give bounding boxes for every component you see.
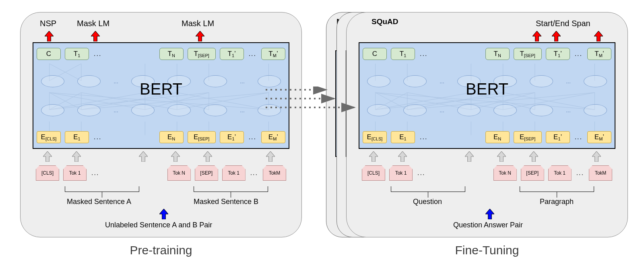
tok-1: Tok 1 <box>63 165 87 181</box>
output-row-left: C T1 ... TN T[SEP] T1’ ... TM’ <box>37 47 285 61</box>
label-sentence-b: Masked Sentence B <box>194 198 258 206</box>
arrow-up-gray-icon <box>72 151 81 162</box>
arrow-up-gray-icon <box>266 151 275 162</box>
emb-1: E1 <box>65 131 89 143</box>
label-pair-right: Question Answer Pair <box>453 221 523 229</box>
finetune-top-labels: Start/End Span <box>359 19 615 31</box>
emb-sep: E[SEP] <box>188 131 216 143</box>
arrow-up-gray-icon <box>465 151 474 162</box>
bert-title-left: BERT <box>33 80 289 98</box>
out-tmp: TM’ <box>261 48 285 60</box>
tok-sep: [SEP] <box>195 165 218 181</box>
arrow-up-gray-icon <box>203 151 212 162</box>
out-tn: TN <box>159 48 184 60</box>
emb-mp: EM’ <box>261 131 285 143</box>
bracket-q <box>391 186 465 192</box>
arrow-up-gray-icon <box>497 151 506 162</box>
label-masklm2: Mask LM <box>182 19 214 28</box>
arrow-up-gray-icon <box>398 151 407 162</box>
output-row-right: C T1 ... TN T[SEP] T1’ ... TM’ <box>363 47 611 61</box>
arrow-up-gray-icon <box>139 151 148 162</box>
finetune-panel: SQuAD Start/End Span ...... ...... <box>346 12 628 237</box>
bracket-p <box>520 186 594 192</box>
embedding-row-left: E[CLS] E1 ... EN E[SEP] E1’ ... EM’ <box>37 130 285 144</box>
pretrain-top-labels: NSP Mask LM Mask LM <box>33 19 289 31</box>
finetune-red-arrows <box>359 31 615 41</box>
bert-title-right: BERT <box>359 80 615 98</box>
arrow-up-gray-icon <box>529 151 538 162</box>
bracket-a <box>65 186 139 192</box>
out-t1: T1 <box>65 48 89 60</box>
arrow-up-gray-icon <box>171 151 180 162</box>
arrow-up-blue-icon <box>485 209 494 219</box>
arrow-up-red-icon <box>196 31 204 41</box>
arrow-up-red-icon <box>533 31 541 41</box>
out-c: C <box>37 48 61 60</box>
label-sentence-a: Masked Sentence A <box>67 198 131 206</box>
arrow-up-gray-icon <box>369 151 378 162</box>
arrow-up-red-icon <box>91 31 100 41</box>
label-nsp: NSP <box>40 19 56 28</box>
tok-m: TokM <box>263 165 286 181</box>
arrow-up-red-icon <box>45 31 54 41</box>
emb-1p: E1’ <box>220 131 244 143</box>
tok-1b: Tok 1 <box>222 165 246 181</box>
emb-cls: E[CLS] <box>37 131 61 143</box>
label-paragraph: Paragraph <box>540 198 574 206</box>
pretrain-red-arrows <box>33 31 289 41</box>
gray-arrows-right <box>359 151 615 161</box>
label-question: Question <box>413 198 442 206</box>
pretraining-panel: NSP Mask LM Mask LM ...... <box>20 12 302 237</box>
label-pair-left: Unlabeled Sentence A and B Pair <box>105 221 212 229</box>
out-tsep: T[SEP] <box>188 48 216 60</box>
tok-n: Tok N <box>167 165 191 181</box>
token-row-left: [CLS] Tok 1 ... Tok N [SEP] Tok 1 ... To… <box>36 165 286 181</box>
gray-arrows-left <box>33 151 289 161</box>
label-masklm1: Mask LM <box>77 19 109 28</box>
token-row-right: [CLS] Tok 1 ... Tok N [SEP] Tok 1 ... To… <box>362 165 612 181</box>
emb-n: EN <box>159 131 184 143</box>
bert-box-right: ...... ...... BERT C T1 ... TN T[SEP] T1… <box>359 42 615 149</box>
arrow-up-red-icon <box>594 31 603 41</box>
arrow-up-gray-icon <box>592 151 601 162</box>
out-t1p: T1’ <box>220 48 244 60</box>
caption-finetuning: Fine-Tuning <box>346 243 628 257</box>
bracket-b <box>194 186 268 192</box>
embedding-row-right: E[CLS] E1 ... EN E[SEP] E1’ ... EM’ <box>363 130 611 144</box>
arrow-up-blue-icon <box>159 209 168 219</box>
caption-pretraining: Pre-training <box>20 243 302 257</box>
label-span: Start/End Span <box>536 19 590 28</box>
bert-box-left: ...... ...... BERT C T1 ... TN T[SEP] T1… <box>33 42 289 149</box>
arrow-up-red-icon <box>552 31 561 41</box>
tok-cls: [CLS] <box>36 165 59 181</box>
arrow-up-gray-icon <box>43 151 52 162</box>
